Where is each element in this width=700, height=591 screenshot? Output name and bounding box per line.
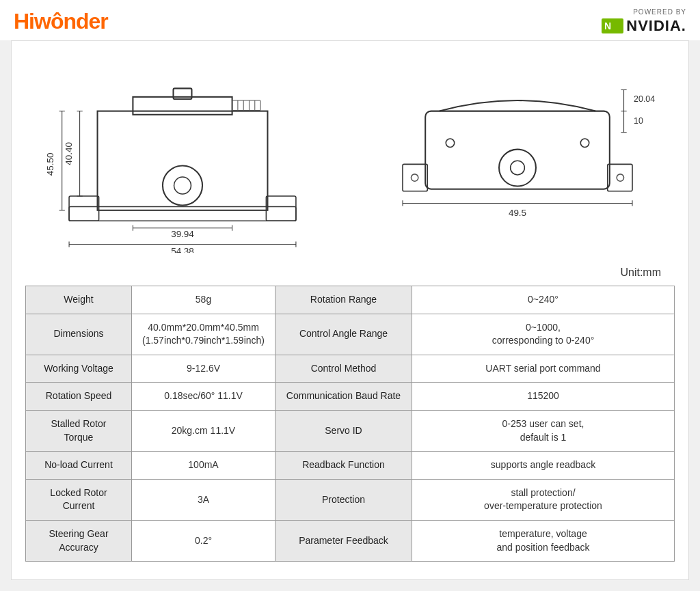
spec-value-right-4: 0-253 user can set, default is 1 <box>412 410 675 451</box>
spec-label-right-5: Readback Function <box>275 452 412 480</box>
svg-text:N: N <box>604 20 611 31</box>
svg-point-34 <box>446 139 454 147</box>
nvidia-logo: N NVIDIA. <box>602 17 686 35</box>
spec-label-left-6: Locked Rotor Current <box>26 479 132 520</box>
spec-label-right-2: Control Method <box>275 355 412 383</box>
hiwonder-logo: Hiwônder <box>14 9 108 34</box>
unit-label: Unit:mm <box>25 266 675 279</box>
spec-label-left-0: Weight <box>26 286 132 314</box>
svg-text:39.94: 39.94 <box>171 229 194 239</box>
spec-label-left-1: Dimensions <box>26 314 132 355</box>
diagram-left: 45.50 40.40 39.94 54.38 <box>39 61 326 253</box>
powered-by-section: POWERED BY N NVIDIA. <box>602 8 686 35</box>
left-diagram-svg: 45.50 40.40 39.94 54.38 <box>39 61 326 253</box>
spec-value-left-7: 0.2° <box>132 520 275 561</box>
spec-value-right-1: 0~1000, corresponding to 0-240° <box>412 314 675 355</box>
spec-label-left-7: Steering Gear Accuracy <box>26 520 132 561</box>
svg-text:45.50: 45.50 <box>45 153 55 176</box>
spec-value-left-3: 0.18sec/60° 11.1V <box>132 383 275 411</box>
spec-label-right-1: Control Angle Range <box>275 314 412 355</box>
svg-point-7 <box>174 177 191 194</box>
nvidia-text: NVIDIA. <box>626 17 686 35</box>
svg-point-37 <box>411 174 418 181</box>
svg-rect-31 <box>425 111 610 189</box>
spec-value-left-1: 40.0mm*20.0mm*40.5mm (1.57inch*0.79inch*… <box>132 314 275 355</box>
spec-value-right-3: 115200 <box>412 383 675 411</box>
spec-value-right-0: 0~240° <box>412 286 675 314</box>
spec-value-left-4: 20kg.cm 11.1V <box>132 410 275 451</box>
spec-label-right-6: Protection <box>275 479 412 520</box>
svg-rect-36 <box>403 164 427 191</box>
spec-value-right-5: supports angle readback <box>412 452 675 480</box>
table-row: Working Voltage9-12.6VControl MethodUART… <box>26 355 675 383</box>
spec-value-right-2: UART serial port command <box>412 355 675 383</box>
spec-value-right-6: stall protection/ over-temperature prote… <box>412 479 675 520</box>
table-row: Steering Gear Accuracy0.2°Parameter Feed… <box>26 520 675 561</box>
svg-rect-26 <box>232 100 260 111</box>
svg-rect-5 <box>69 207 296 221</box>
spec-label-right-0: Rotation Range <box>275 286 412 314</box>
table-row: Rotation Speed0.18sec/60° 11.1VCommunica… <box>26 383 675 411</box>
spec-value-left-0: 58g <box>132 286 275 314</box>
diagram-section: 45.50 40.40 39.94 54.38 <box>25 55 675 260</box>
spec-label-right-3: Communication Baud Rate <box>275 383 412 411</box>
svg-text:54.38: 54.38 <box>171 246 194 253</box>
svg-point-39 <box>617 174 623 181</box>
main-content: 45.50 40.40 39.94 54.38 <box>11 40 689 580</box>
svg-rect-9 <box>266 196 296 221</box>
powered-by-label: POWERED BY <box>633 8 686 16</box>
spec-table: Weight58gRotation Range0~240°Dimensions4… <box>25 286 675 562</box>
spec-label-left-5: No-load Current <box>26 452 132 480</box>
spec-label-left-4: Stalled Rotor Torque <box>26 410 132 451</box>
spec-label-right-7: Parameter Feedback <box>275 520 412 561</box>
table-row: Dimensions40.0mm*20.0mm*40.5mm (1.57inch… <box>26 314 675 355</box>
spec-value-left-6: 3A <box>132 479 275 520</box>
svg-text:49.5: 49.5 <box>509 208 526 218</box>
svg-rect-8 <box>69 196 99 221</box>
svg-point-6 <box>163 165 202 205</box>
svg-text:20.04: 20.04 <box>634 94 655 104</box>
svg-point-33 <box>511 161 525 175</box>
right-diagram-svg: 20.04 10 49.5 <box>374 61 661 253</box>
spec-label-left-3: Rotation Speed <box>26 383 132 411</box>
nvidia-icon: N <box>602 18 623 33</box>
svg-point-35 <box>580 139 589 147</box>
table-row: Locked Rotor Current3AProtectionstall pr… <box>26 479 675 520</box>
spec-value-left-5: 100mA <box>132 452 275 480</box>
table-row: Stalled Rotor Torque20kg.cm 11.1VServo I… <box>26 410 675 451</box>
spec-label-right-4: Servo ID <box>275 410 412 451</box>
svg-point-32 <box>499 150 536 187</box>
diagram-right: 20.04 10 49.5 <box>374 61 661 253</box>
svg-text:40.40: 40.40 <box>64 142 74 165</box>
svg-text:10: 10 <box>634 116 643 126</box>
svg-rect-38 <box>608 164 632 191</box>
svg-rect-2 <box>98 111 268 210</box>
table-row: No-load Current100mAReadback Functionsup… <box>26 452 675 480</box>
spec-label-left-2: Working Voltage <box>26 355 132 383</box>
table-row: Weight58gRotation Range0~240° <box>26 286 675 314</box>
spec-value-right-7: temperature, voltage and position feedba… <box>412 520 675 561</box>
spec-value-left-2: 9-12.6V <box>132 355 275 383</box>
header: Hiwônder POWERED BY N NVIDIA. <box>0 0 700 40</box>
